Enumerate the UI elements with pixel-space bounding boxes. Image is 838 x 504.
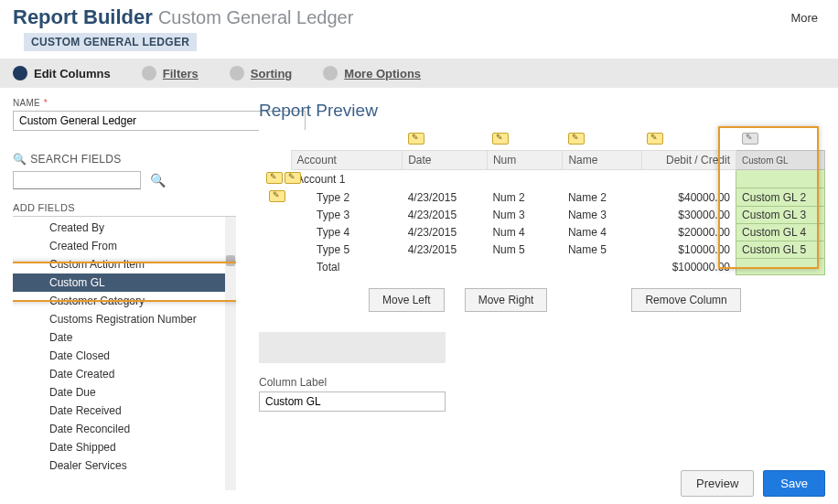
table-header-row: Account Date Num Name Debit / Credit Cus…: [259, 151, 825, 170]
name-cell: Name 3: [563, 207, 642, 224]
date-cell: 4/23/2015: [403, 224, 488, 241]
table-row: Type 34/23/2015Num 3Name 3$30000.00Custo…: [259, 207, 825, 224]
search-fields-text: SEARCH FIELDS: [30, 153, 121, 166]
name-cell: Name 2: [563, 188, 642, 207]
edit-row-icon[interactable]: [285, 172, 301, 184]
col-account[interactable]: Account: [291, 151, 403, 170]
date-cell: 4/23/2015: [403, 188, 488, 207]
field-item[interactable]: Date Shipped: [13, 438, 236, 456]
amount-cell: $10000.00: [641, 241, 736, 259]
scrollbar-track[interactable]: [225, 217, 236, 490]
type-cell: Type 3: [291, 207, 403, 224]
num-cell: Num 5: [487, 241, 562, 259]
custom-gl-cell: Custom GL 5: [736, 241, 825, 259]
amount-cell: $20000.00: [641, 224, 736, 241]
required-asterisk: *: [44, 98, 48, 108]
date-cell: 4/23/2015: [403, 241, 488, 259]
edit-row-icon[interactable]: [266, 172, 283, 184]
edit-column-icon[interactable]: [647, 133, 663, 145]
col-date[interactable]: Date: [403, 151, 488, 170]
search-button-icon[interactable]: 🔍: [150, 173, 166, 188]
step-dot-icon: [230, 66, 244, 80]
account-group-cell: Account 1: [291, 170, 403, 188]
step-sorting[interactable]: Sorting: [230, 66, 293, 80]
step-filters[interactable]: Filters: [142, 66, 199, 80]
page-title: Report Builder Custom General Ledger: [13, 5, 353, 29]
name-cell: Name 5: [563, 241, 642, 259]
type-cell: Type 2: [291, 188, 403, 207]
column-label-label: Column Label: [259, 376, 825, 389]
preview-table: Account Date Num Name Debit / Credit Cus…: [259, 130, 825, 275]
field-item[interactable]: Custom GL: [13, 273, 236, 292]
name-cell: Name 4: [563, 224, 642, 241]
edit-column-icon[interactable]: [568, 133, 585, 145]
step-edit-columns[interactable]: Edit Columns: [13, 66, 111, 80]
field-item[interactable]: Created From: [13, 237, 236, 255]
subtitle-badge: CUSTOM GENERAL LEDGER: [24, 33, 197, 51]
num-cell: Num 3: [487, 207, 562, 224]
field-item[interactable]: Date Due: [13, 383, 236, 402]
step-nav: Edit Columns Filters Sorting More Option…: [0, 59, 838, 88]
custom-gl-cell: Custom GL 4: [736, 224, 825, 241]
column-label-input[interactable]: [259, 391, 446, 412]
step-label: Edit Columns: [34, 67, 111, 80]
scrollbar-thumb[interactable]: [226, 255, 235, 266]
col-custom-gl[interactable]: Custom GL: [736, 151, 825, 170]
total-amount: $100000.00: [641, 259, 736, 275]
field-item[interactable]: Date: [13, 328, 236, 347]
table-row: Type 54/23/2015Num 5Name 5$10000.00Custo…: [259, 241, 825, 259]
report-preview-title: Report Preview: [259, 101, 825, 121]
search-input[interactable]: [13, 171, 141, 189]
edit-column-icon[interactable]: [742, 133, 758, 145]
num-cell: Num 4: [487, 224, 562, 241]
amount-cell: $40000.00: [641, 188, 736, 207]
preview-button[interactable]: Preview: [681, 470, 754, 497]
field-item[interactable]: Created By: [13, 219, 236, 237]
save-button[interactable]: Save: [763, 470, 825, 497]
table-row: Type 24/23/2015Num 2Name 2$40000.00Custo…: [259, 188, 825, 207]
step-label: Sorting: [251, 67, 293, 80]
field-item[interactable]: Custom Action Item: [13, 255, 236, 273]
type-cell: Type 5: [291, 241, 403, 259]
title-sub: Custom General Ledger: [158, 7, 353, 27]
total-label: Total: [291, 259, 403, 275]
field-item[interactable]: Customer Category: [13, 292, 236, 310]
title-main: Report Builder: [13, 5, 153, 28]
edit-column-icon[interactable]: [492, 133, 509, 145]
total-row: Total $100000.00: [259, 259, 825, 275]
remove-column-button[interactable]: Remove Column: [631, 288, 740, 312]
step-dot-icon: [13, 66, 27, 80]
edit-row-icon[interactable]: [269, 190, 285, 202]
date-cell: 4/23/2015: [403, 207, 488, 224]
move-right-button[interactable]: Move Right: [465, 288, 548, 312]
col-num[interactable]: Num: [487, 151, 562, 170]
field-list[interactable]: Created ByCreated FromCustom Action Item…: [13, 216, 236, 490]
edit-column-icon[interactable]: [408, 133, 424, 145]
num-cell: Num 2: [487, 188, 562, 207]
field-item[interactable]: Date Reconciled: [13, 420, 236, 438]
name-label: NAME: [13, 98, 40, 108]
field-item[interactable]: Dealer Services: [13, 456, 236, 475]
more-link[interactable]: More: [790, 11, 818, 25]
field-item[interactable]: Date Closed: [13, 347, 236, 365]
step-more-options[interactable]: More Options: [323, 66, 421, 80]
table-row: Type 44/23/2015Num 4Name 4$20000.00Custo…: [259, 224, 825, 241]
col-debit-credit[interactable]: Debit / Credit: [641, 151, 736, 170]
step-dot-icon: [142, 66, 156, 80]
custom-gl-cell: Custom GL 3: [736, 207, 825, 224]
step-label: Filters: [163, 67, 199, 80]
field-item[interactable]: Date Received: [13, 402, 236, 420]
step-label: More Options: [344, 67, 421, 80]
account-group-row: Account 1: [259, 170, 825, 188]
preview-placeholder-block: [259, 332, 446, 363]
amount-cell: $30000.00: [641, 207, 736, 224]
custom-gl-cell: Custom GL 2: [736, 188, 825, 207]
type-cell: Type 4: [291, 224, 403, 241]
add-fields-label: ADD FIELDS: [13, 202, 236, 213]
search-icon: 🔍: [13, 153, 27, 166]
field-item[interactable]: Date Created: [13, 365, 236, 383]
col-name[interactable]: Name: [563, 151, 642, 170]
move-left-button[interactable]: Move Left: [369, 288, 445, 312]
field-item[interactable]: Customs Registration Number: [13, 310, 236, 328]
search-fields-label: 🔍 SEARCH FIELDS: [13, 153, 236, 166]
